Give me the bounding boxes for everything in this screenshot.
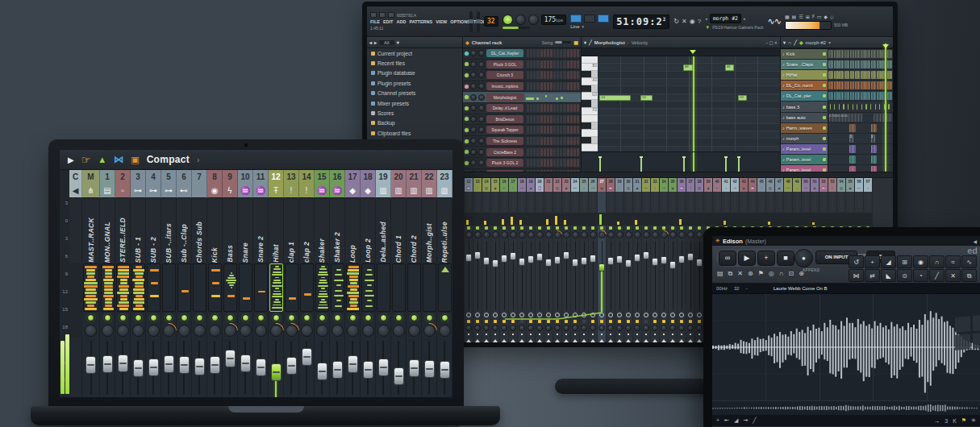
step-cell[interactable] — [567, 126, 569, 134]
exclaim-icon[interactable]: ! — [284, 184, 299, 198]
scissors-icon[interactable]: ✕ — [682, 18, 687, 25]
step-cell[interactable] — [530, 71, 532, 79]
strip-pan-knob[interactable] — [669, 231, 677, 238]
pan-knob[interactable] — [238, 322, 253, 338]
mic-icon[interactable]: ◉ — [207, 184, 223, 198]
pattern-clip[interactable] — [839, 50, 844, 58]
step-cell[interactable] — [550, 49, 553, 57]
strip-pan-knob[interactable] — [510, 231, 517, 238]
channel-vol-knob[interactable] — [478, 149, 485, 155]
strip-plug[interactable] — [624, 318, 632, 325]
strip-pan-knob[interactable] — [536, 231, 544, 238]
step-cell[interactable] — [567, 71, 569, 79]
strip-aux-knob[interactable] — [509, 325, 517, 331]
fader-zone[interactable] — [422, 338, 437, 397]
strip-number[interactable]: 15 — [491, 178, 499, 185]
strip-fader[interactable] — [572, 259, 578, 267]
step-cell[interactable] — [527, 60, 529, 68]
strip-send-circle[interactable] — [678, 312, 686, 318]
channel-vol-knob[interactable] — [478, 94, 485, 101]
pattern-clip[interactable] — [834, 60, 839, 68]
piano-key[interactable]: G3 — [582, 93, 598, 100]
menu-item[interactable]: OPTIONS — [450, 19, 470, 24]
strip-number[interactable]: 2 — [115, 170, 131, 184]
step-cell[interactable] — [553, 115, 556, 123]
volume-fader[interactable] — [424, 360, 435, 378]
strip-number[interactable]: 8 — [207, 170, 223, 184]
step-cell[interactable] — [536, 82, 539, 90]
strip-led[interactable] — [485, 226, 488, 230]
track-name-button[interactable]: ♪Kick — [781, 49, 828, 59]
pan-knob[interactable] — [115, 322, 131, 338]
strip-fader-zone[interactable] — [491, 239, 499, 312]
strip-led[interactable] — [476, 226, 479, 230]
step-cell[interactable] — [557, 82, 559, 90]
track-name-button[interactable]: ♪bass 3 — [781, 102, 828, 111]
hand-tool-icon[interactable]: ☞ — [81, 154, 91, 166]
pattern-clip[interactable] — [871, 92, 876, 100]
strip-number[interactable]: 33 — [651, 178, 659, 185]
strip-number[interactable]: 52 — [819, 178, 828, 185]
pattern-clip[interactable] — [861, 92, 865, 100]
track-lane[interactable] — [828, 123, 893, 133]
browser-item[interactable]: Backup — [367, 118, 462, 128]
strip-pan-knob[interactable] — [661, 231, 668, 238]
piano-key[interactable] — [582, 115, 598, 122]
menu-icon[interactable]: ▾ — [584, 39, 586, 45]
step-cell[interactable] — [573, 49, 576, 57]
step-cell[interactable] — [550, 137, 553, 145]
step-cell[interactable] — [530, 159, 532, 167]
strip-number[interactable]: 23 — [437, 170, 452, 184]
step-cell[interactable] — [536, 159, 539, 167]
velocity-stem[interactable] — [738, 157, 740, 172]
strip-plug[interactable] — [500, 318, 508, 325]
pan-knob[interactable] — [422, 322, 437, 338]
mute-led[interactable] — [284, 313, 299, 322]
step-cell[interactable] — [536, 71, 539, 79]
guitar-icon[interactable]: ϟ — [223, 184, 238, 198]
strip-send-circle[interactable] — [500, 312, 508, 318]
pattern-clip[interactable] — [865, 81, 870, 89]
step-cell[interactable] — [530, 148, 532, 156]
stop-button[interactable]: ■ — [777, 251, 794, 266]
channel-mute-led[interactable] — [465, 139, 469, 143]
strip-number[interactable]: 18 — [518, 178, 526, 185]
step-cell[interactable] — [573, 71, 576, 79]
loop-record-icon[interactable]: ↻ — [673, 18, 679, 25]
diamond-icon[interactable]: ◆ — [361, 184, 376, 198]
strip-pan-knob[interactable] — [554, 231, 561, 238]
fader-zone[interactable] — [376, 338, 391, 397]
step-cell[interactable] — [557, 126, 559, 134]
step-cell[interactable] — [573, 115, 576, 123]
strip-number[interactable]: 10 — [238, 170, 253, 184]
pattern-clip[interactable] — [887, 50, 892, 58]
strip-aux-knob[interactable] — [491, 325, 499, 331]
step-cell[interactable] — [533, 60, 536, 68]
strip-fader-zone[interactable] — [607, 239, 615, 312]
step-cell[interactable] — [530, 82, 532, 90]
strip-pan-knob[interactable] — [607, 231, 615, 238]
draw-button[interactable]: ╱ — [929, 269, 945, 282]
send-icon[interactable]: ⊶ — [146, 184, 161, 198]
volume-fader[interactable] — [118, 354, 128, 372]
strip-number[interactable]: 17 — [345, 170, 361, 184]
save-icon[interactable]: ▤ — [717, 270, 724, 278]
step-cell[interactable] — [547, 137, 549, 145]
step-cell[interactable] — [550, 60, 553, 68]
step-cell[interactable] — [557, 60, 559, 68]
download-icon[interactable]: ▼ — [705, 25, 710, 30]
strip-send-circle[interactable] — [473, 312, 482, 318]
piano-key[interactable] — [582, 56, 598, 64]
step-cell[interactable] — [577, 71, 579, 79]
channel-mute-led[interactable] — [465, 106, 469, 110]
strip-send-circle[interactable] — [695, 312, 703, 318]
volume-fader[interactable] — [164, 355, 174, 373]
step-cell[interactable] — [553, 148, 556, 156]
strip-led[interactable] — [698, 226, 701, 230]
channel-button[interactable]: Crunch 3 — [486, 71, 523, 79]
step-sequencer[interactable] — [525, 82, 581, 90]
step-cell[interactable] — [570, 115, 573, 123]
strip-led[interactable] — [503, 226, 506, 230]
step-sequencer[interactable] — [525, 115, 581, 123]
strip-fader-zone[interactable] — [660, 239, 668, 312]
